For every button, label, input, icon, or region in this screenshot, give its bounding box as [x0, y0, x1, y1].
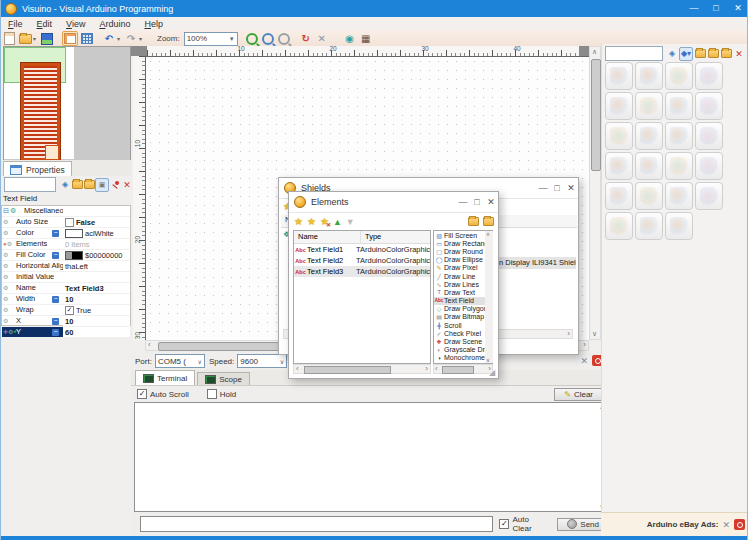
palette-item[interactable]: ∿ Draw Lines — [434, 280, 492, 288]
speed-combobox[interactable]: 9600∨ — [237, 354, 287, 368]
palette-item[interactable]: ❖ Draw Scene — [434, 337, 492, 345]
zoom-reset-button[interactable] — [277, 32, 291, 45]
component-button[interactable] — [695, 122, 723, 150]
minimize-button[interactable]: — — [536, 179, 550, 197]
property-value[interactable]: 60 — [65, 328, 73, 337]
property-row[interactable]: ⚙ Horizontal Align − thaLeft — [2, 261, 130, 272]
type-column-header[interactable]: Type — [361, 231, 381, 243]
grid-view-button[interactable] — [80, 32, 94, 45]
auto-clear-checkbox[interactable] — [499, 519, 509, 529]
property-checkbox[interactable] — [65, 218, 74, 227]
component-button[interactable] — [665, 62, 693, 90]
collapse-badge-icon[interactable]: − — [52, 252, 59, 259]
property-row[interactable]: ⚙ Y − 60 — [2, 327, 130, 338]
component-button[interactable] — [665, 212, 693, 240]
component-button[interactable] — [695, 62, 723, 90]
power-icon[interactable] — [734, 519, 745, 530]
close-button[interactable]: ✕ — [484, 193, 498, 211]
palette-item[interactable]: T Draw Text — [434, 288, 492, 296]
scroll-left-icon[interactable]: ‹ — [148, 340, 151, 349]
minimize-button[interactable]: — — [456, 193, 470, 211]
scroll-right-icon[interactable]: › — [425, 364, 428, 373]
property-row[interactable]: ⚙ Color − aclWhite — [2, 228, 130, 239]
hold-checkbox[interactable] — [207, 389, 217, 399]
property-checkbox[interactable] — [65, 306, 74, 315]
property-value[interactable]: aclWhite — [85, 229, 114, 238]
delete-element-icon[interactable]: ★ — [320, 217, 329, 227]
component-search-input[interactable] — [605, 46, 663, 61]
move-down-icon[interactable]: ▼ — [346, 217, 355, 227]
component-button[interactable] — [605, 122, 633, 150]
filter-icon[interactable]: ◈ — [59, 179, 71, 191]
menu-item[interactable]: Edit — [30, 19, 60, 29]
port-combobox[interactable]: COM5 (∨ — [155, 354, 205, 368]
open-button[interactable] — [18, 32, 32, 45]
resize-grip[interactable]: ◢ — [489, 369, 497, 377]
send-input[interactable] — [140, 516, 493, 532]
component-button[interactable] — [605, 62, 633, 90]
redo-dropdown[interactable]: ▾ — [139, 35, 145, 42]
property-row[interactable]: ⚙ Initial Value − — [2, 272, 130, 283]
save-button[interactable] — [40, 32, 54, 45]
palette-item[interactable]: ▤ Draw Bitmap — [434, 313, 492, 321]
new-folder-button[interactable] — [694, 48, 706, 60]
close-button[interactable]: ✕ — [727, 0, 748, 17]
serial-tab[interactable]: Scope — [197, 372, 250, 385]
disconnect-icon[interactable]: ✕ — [580, 356, 588, 366]
elements-horizontal-scrollbar[interactable]: ‹ › — [293, 364, 431, 374]
clear-button[interactable]: ✎ Clear — [554, 388, 603, 401]
package-button[interactable]: ▦ — [359, 32, 373, 45]
component-button[interactable] — [695, 152, 723, 180]
component-button[interactable] — [635, 62, 663, 90]
board-view-button[interactable] — [62, 31, 78, 46]
collapse-badge-icon[interactable]: − — [52, 318, 59, 325]
scroll-down-icon[interactable]: ∨ — [592, 330, 597, 338]
component-button[interactable] — [605, 92, 633, 120]
open-elements-button[interactable] — [467, 216, 479, 228]
open-dropdown[interactable]: ▾ — [33, 35, 39, 42]
zoom-in-button[interactable] — [245, 32, 259, 45]
property-value[interactable]: 10 — [65, 295, 73, 304]
component-button[interactable] — [635, 152, 663, 180]
collapse-badge-icon[interactable]: − — [52, 329, 59, 336]
close-button[interactable]: ✕ — [564, 179, 578, 197]
undo-button[interactable]: ↶ — [102, 32, 116, 45]
property-value[interactable]: 10 — [65, 317, 73, 326]
elements-dialog-titlebar[interactable]: Elements — □ ✕ — [289, 192, 498, 213]
save-properties-button[interactable] — [83, 179, 95, 191]
scroll-up-icon[interactable]: ∧ — [486, 231, 490, 237]
save-folder-button[interactable] — [720, 48, 732, 60]
selected-shield-row[interactable]: n Display ILI9341 Shield — [499, 257, 576, 269]
component-button[interactable] — [695, 92, 723, 120]
scrollbar-thumb[interactable] — [591, 59, 601, 171]
component-button[interactable] — [635, 92, 663, 120]
delete-button[interactable]: ✕ — [315, 32, 329, 45]
scroll-right-icon[interactable]: › — [567, 329, 570, 338]
component-button[interactable] — [695, 182, 723, 210]
property-value[interactable]: Text Field3 — [65, 284, 104, 293]
terminal-output[interactable]: ▲ ▼ — [134, 402, 608, 512]
palette-item[interactable]: ╋ Scroll — [434, 321, 492, 329]
component-button[interactable] — [605, 152, 633, 180]
property-row[interactable]: ⚙ Fill Color − $00000000 — [2, 250, 130, 261]
auto-scroll-checkbox[interactable] — [137, 389, 147, 399]
property-row[interactable]: ⚙ Name − Text Field3 — [2, 283, 130, 294]
palette-item[interactable]: ▢ Draw Round Rec — [434, 247, 492, 255]
tab-properties[interactable]: Properties — [3, 161, 72, 177]
serial-tab[interactable]: Terminal — [135, 370, 195, 385]
element-row[interactable]: Abc Text Field1 TArduinoColorGraphic. — [294, 244, 430, 255]
name-column-header[interactable]: Name — [294, 231, 361, 243]
menu-item[interactable]: Help — [137, 19, 170, 29]
overview-thumbnail[interactable] — [3, 46, 131, 162]
component-button[interactable] — [665, 182, 693, 210]
scroll-right-icon[interactable]: › — [583, 340, 586, 349]
property-value[interactable]: $00000000 — [85, 251, 123, 260]
maximize-button[interactable]: □ — [705, 0, 727, 17]
menu-item[interactable]: File — [1, 19, 30, 29]
filter-icon[interactable]: ◈ — [666, 48, 678, 60]
scroll-left-icon[interactable]: ‹ — [296, 364, 299, 373]
component-button[interactable] — [635, 182, 663, 210]
category-view-button[interactable]: ▣ — [95, 178, 109, 192]
palette-item[interactable]: Abc Text Field — [434, 297, 492, 305]
palette-item[interactable]: ▨ Fill Screen — [434, 231, 492, 239]
